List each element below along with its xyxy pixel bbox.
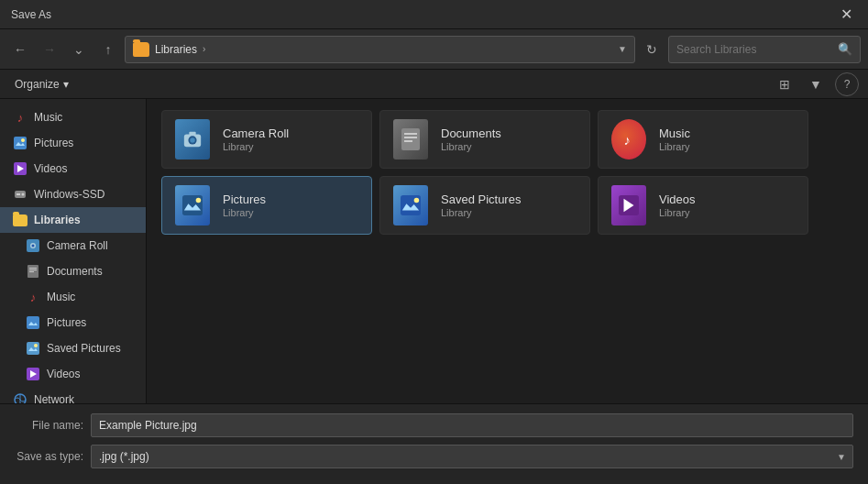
svg-rect-15 [27,316,39,329]
svg-point-26 [190,138,195,143]
svg-rect-31 [404,140,412,142]
sidebar-item-music2[interactable]: ♪ Music [0,284,146,310]
bottom-area: File name: Save as type: .jpg (*.jpg) .p… [0,403,868,484]
sidebar-item-music-label: Music [34,111,62,124]
pictures2-icon [26,315,40,330]
file-grid: Camera Roll Library Documents Library ♪ [147,99,868,403]
library-camera-roll[interactable]: Camera Roll Library [161,110,372,169]
saved-pictures-sub: Library [441,207,521,218]
file-name-input[interactable] [91,413,853,437]
pictures-icon [13,136,27,150]
saved-pictures-name: Saved Pictures [441,192,521,206]
address-dropdown-icon[interactable]: ▼ [618,44,627,54]
organize-label: Organize [15,78,60,91]
svg-point-19 [34,344,38,347]
videos2-icon [26,367,40,381]
organize-button[interactable]: Organize ▾ [9,73,74,95]
window-title: Save As [11,8,51,21]
refresh-button[interactable]: ↻ [639,37,665,62]
sidebar-item-documents[interactable]: Documents [0,258,146,284]
saved-pictures-lib-icon [391,186,430,225]
sidebar-item-camera-roll[interactable]: Camera Roll [0,233,146,258]
sidebar-item-videos2-label: Videos [47,368,80,380]
search-input[interactable] [676,43,832,56]
library-saved-pictures[interactable]: Saved Pictures Library [379,176,590,235]
library-videos[interactable]: Videos Library [598,176,808,235]
saved-pictures-icon [26,341,40,356]
view-button[interactable]: ⊞ [773,72,797,96]
music2-icon: ♪ [26,290,40,304]
svg-rect-14 [29,271,34,272]
camera-roll-sub: Library [223,141,289,152]
search-icon: 🔍 [838,42,852,56]
svg-rect-30 [404,137,417,138]
address-path: Libraries [155,43,197,56]
documents-name: Documents [441,126,501,140]
music-lib-icon: ♪ [610,120,648,159]
address-bar[interactable]: Libraries › ▼ [125,36,635,63]
camera-roll-icon [173,120,212,159]
title-bar: Save As ✕ [0,0,868,29]
documents-icon [26,264,40,279]
sidebar-item-network-label: Network [34,393,74,403]
svg-point-36 [196,198,202,204]
forward-button[interactable]: → [37,37,62,62]
pictures-sub: Library [223,207,266,218]
close-button[interactable]: ✕ [835,6,857,23]
network-icon [13,392,27,403]
up-chevron-button[interactable]: ⌄ [66,37,92,62]
file-name-row: File name: [15,413,853,437]
sidebar-item-camera-roll-label: Camera Roll [47,239,108,252]
sidebar-item-saved-pictures[interactable]: Saved Pictures [0,336,146,361]
svg-point-10 [32,245,35,248]
back-button[interactable]: ← [7,37,33,62]
svg-point-39 [414,198,420,204]
documents-sub: Library [441,141,501,152]
library-pictures[interactable]: Pictures Library [161,176,372,235]
sidebar-item-libraries[interactable]: Libraries [0,207,146,233]
sidebar-item-videos[interactable]: Videos [0,156,146,182]
save-type-select[interactable]: .jpg (*.jpg) .png (*.png) .bmp (*.bmp) .… [91,445,853,468]
sidebar-item-windows-ssd[interactable]: Windows-SSD [0,182,146,207]
svg-rect-17 [27,342,39,355]
sidebar-item-pictures2-label: Pictures [47,316,86,329]
sidebar-item-libraries-label: Libraries [34,214,81,226]
videos-name: Videos [659,192,696,206]
sidebar-item-music2-label: Music [47,291,75,303]
file-name-label: File name: [15,419,83,432]
pictures-name: Pictures [223,192,266,206]
svg-rect-27 [189,132,195,136]
secondary-toolbar: Organize ▾ ⊞ ▼ ? [0,70,868,99]
library-music[interactable]: ♪ Music Library [598,110,808,169]
view-chevron-button[interactable]: ▼ [804,72,828,96]
save-type-row: Save as type: .jpg (*.jpg) .png (*.png) … [15,445,853,468]
folder-icon [133,42,149,57]
sidebar-item-network[interactable]: Network [0,387,146,403]
svg-rect-28 [401,128,420,150]
videos-lib-icon [610,186,648,225]
sidebar: ♪ Music Pictures Videos Windows-SSD [0,99,147,403]
svg-point-2 [21,138,25,142]
disk-icon [13,187,27,202]
main-area: ♪ Music Pictures Videos Windows-SSD [0,99,868,403]
sidebar-item-pictures2[interactable]: Pictures [0,310,146,336]
toolbar: ← → ⌄ ↑ Libraries › ▼ ↻ 🔍 [0,29,868,70]
camera-roll-name: Camera Roll [223,126,289,140]
search-box: 🔍 [668,36,861,63]
sidebar-item-pictures[interactable]: Pictures [0,130,146,156]
sidebar-item-videos2[interactable]: Videos [0,361,146,387]
svg-text:♪: ♪ [624,133,631,148]
up-button[interactable]: ↑ [95,37,121,62]
libraries-icon [13,213,27,227]
sidebar-item-windows-ssd-label: Windows-SSD [34,188,104,201]
music-icon: ♪ [13,110,27,125]
sidebar-item-music[interactable]: ♪ Music [0,104,146,130]
svg-point-7 [22,193,25,196]
help-button[interactable]: ? [835,72,859,96]
camera-icon [26,238,40,253]
music-name: Music [659,126,690,140]
library-documents[interactable]: Documents Library [379,110,590,169]
save-type-label: Save as type: [15,450,83,463]
svg-rect-6 [16,193,20,195]
sidebar-item-documents-label: Documents [47,265,103,278]
